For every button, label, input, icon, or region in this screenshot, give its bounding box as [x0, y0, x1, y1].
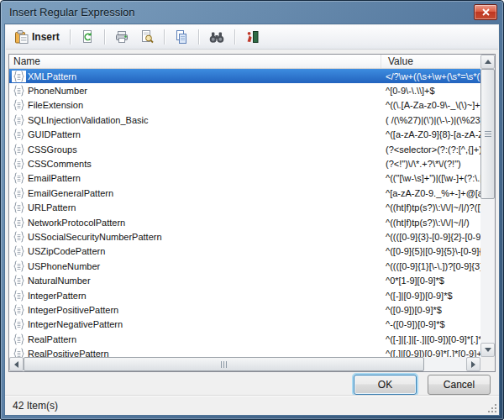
column-header-name[interactable]: Name: [9, 55, 381, 68]
scroll-up-button[interactable]: [480, 55, 495, 69]
exit-button[interactable]: [240, 27, 264, 47]
list-item[interactable]: CSSGroups (?<selector>(?:(?:[^,{]+),?)*: [9, 142, 480, 156]
scroll-down-button[interactable]: [480, 343, 495, 357]
find-icon: [209, 31, 224, 44]
regex-item-icon: [12, 114, 26, 126]
print-preview-icon: [140, 30, 154, 44]
pattern-value: ^([0-9]{5}|[0-9]{5}\-[0-9]{4}|: [379, 246, 480, 256]
find-button[interactable]: [204, 27, 229, 47]
pattern-name: SQLInjectionValidation_Basic: [26, 115, 379, 125]
exit-icon: [245, 30, 259, 44]
list-item[interactable]: NaturalNumber ^0*[1-9][0-9]*$: [9, 273, 480, 287]
list-item[interactable]: RealPattern ^([-]|[.]|[-.]|[0-9])[0-9]*[…: [9, 332, 480, 346]
regex-item-icon: [12, 129, 26, 140]
ok-button[interactable]: OK: [354, 375, 417, 395]
pattern-value: ^(("[\w-\s]+")|([\w-]+(?:\.[\: [379, 173, 480, 183]
vertical-scrollbar[interactable]: [480, 55, 495, 357]
pattern-value: ^((ht|f)tp(s?)\:\/\/|~/|/): [379, 218, 480, 228]
list-item[interactable]: SQLInjectionValidation_Basic ( /(\%27)|(…: [9, 113, 480, 127]
regex-item-icon: [12, 275, 26, 286]
list-item[interactable]: EmailGeneralPattern ^[a-zA-Z0-9._%+-]+@[…: [9, 186, 480, 200]
pattern-name: NaturalNumber: [26, 276, 379, 286]
regex-item-icon: [12, 71, 26, 82]
print-preview-button[interactable]: [135, 27, 159, 47]
close-button[interactable]: [474, 4, 497, 20]
resize-grip[interactable]: [486, 402, 497, 413]
pattern-value: ^((([0-9]{1}[\-\.])?[0-9]{3}[\-: [379, 261, 480, 271]
pattern-name: GUIDPattern: [26, 129, 379, 139]
scroll-left-icon: [14, 361, 18, 368]
pattern-name: USSocialSecurityNumberPattern: [26, 232, 379, 242]
pattern-value: ^-([0-9])[0-9]*$: [379, 319, 480, 329]
insert-label: Insert: [32, 31, 60, 43]
copy-button[interactable]: [170, 27, 193, 47]
paste-icon: [14, 30, 29, 44]
list-item[interactable]: FileExtension ^((\.[A-Za-z0-9\-_\(\)~]+)…: [9, 98, 480, 113]
list-item[interactable]: USSocialSecurityNumberPattern ^((([0-9]{…: [9, 229, 480, 244]
scroll-right-icon: [471, 361, 475, 368]
pattern-value: (?<selector>(?:(?:[^,{]+),?)*: [379, 144, 480, 155]
list-item[interactable]: NetworkProtocolPattern ^((ht|f)tp(s?)\:\…: [9, 215, 480, 229]
list-item[interactable]: XMLPattern </?\w+((\s+\w+(\s*=\s*(?:: [9, 69, 480, 83]
copy-icon: [175, 30, 188, 44]
dialog-insert-regular-expression: Insert Regular Expression Insert: [0, 0, 504, 420]
toolbar-separator: [104, 29, 105, 45]
item-count: 42 Item(s): [13, 400, 58, 412]
column-header-value[interactable]: Value: [381, 55, 480, 68]
title-bar[interactable]: Insert Regular Expression: [1, 1, 503, 24]
refresh-button[interactable]: [76, 27, 99, 47]
pattern-value: </?\w+((\s+\w+(\s*=\s*(?:: [379, 71, 480, 81]
list-item[interactable]: EmailPattern ^(("[\w-\s]+")|([\w-]+(?:\.…: [9, 171, 480, 186]
regex-item-icon: [12, 217, 26, 228]
pattern-name: XMLPattern: [26, 71, 379, 81]
pattern-value: ( /(\%27)|(\')|(\-\-)|(\%23)|(#: [379, 115, 480, 125]
pattern-name: EmailPattern: [26, 173, 379, 183]
pattern-value: ^([-]|[0-9])[0-9]*$: [379, 291, 480, 301]
list-rows: XMLPattern </?\w+((\s+\w+(\s*=\s*(?: Pho…: [9, 69, 480, 359]
cancel-button[interactable]: Cancel: [428, 375, 491, 395]
pattern-name: USPhoneNumber: [26, 261, 379, 271]
vertical-scroll-thumb[interactable]: [480, 69, 495, 199]
pattern-name: CSSComments: [26, 159, 379, 169]
regex-item-icon: [12, 99, 26, 111]
refresh-icon: [81, 30, 94, 44]
scrollbar-corner: [480, 357, 495, 371]
pattern-name: FileExtension: [26, 100, 379, 110]
pattern-value: ^([0-9])[0-9]*$: [379, 305, 480, 315]
thumb-grip-icon: [221, 361, 227, 368]
close-icon: [482, 8, 490, 16]
regex-item-icon: [12, 172, 26, 184]
scroll-right-button[interactable]: [466, 357, 480, 371]
list-item[interactable]: USPhoneNumber ^((([0-9]{1}[\-\.])?[0-9]{…: [9, 259, 480, 273]
horizontal-scrollbar[interactable]: [9, 357, 480, 371]
list-item[interactable]: CSSComments (?<!")\/\*.+?\*\/(?!"): [9, 156, 480, 171]
print-icon: [115, 30, 129, 44]
list-item[interactable]: IntegerPositivePattern ^([0-9])[0-9]*$: [9, 302, 480, 317]
thumb-grip-icon: [485, 131, 491, 137]
print-button[interactable]: [110, 27, 134, 47]
scroll-up-icon: [485, 60, 491, 64]
list-item[interactable]: IntegerNegativePattern ^-([0-9])[0-9]*$: [9, 318, 480, 332]
list-item[interactable]: PhoneNumber ^[0-9\-\.\\]+$: [9, 83, 480, 97]
list-item[interactable]: URLPattern ^((ht|f)tp(s?)\:\/\/|~/|/)?([…: [9, 201, 480, 215]
pattern-value: ^((ht|f)tp(s?)\:\/\/|~/|/)?([\.: [379, 202, 480, 213]
scroll-left-button[interactable]: [9, 357, 24, 371]
window-title: Insert Regular Expression: [1, 6, 135, 18]
list-item[interactable]: IntegerPattern ^([-]|[0-9])[0-9]*$: [9, 288, 480, 302]
toolbar: Insert: [6, 25, 498, 50]
toolbar-separator: [198, 29, 199, 45]
pattern-name: CSSGroups: [26, 144, 379, 155]
regex-item-icon: [12, 85, 26, 97]
regex-item-icon: [12, 260, 26, 272]
horizontal-scroll-thumb[interactable]: [24, 357, 424, 371]
regex-item-icon: [12, 144, 26, 155]
list-header: Name Value: [9, 55, 480, 69]
pattern-value: ^[0-9\-\.\\]+$: [379, 86, 480, 96]
insert-button[interactable]: Insert: [9, 27, 65, 47]
list-item[interactable]: GUIDPattern ^([a-zA-Z0-9]{8}-[a-zA-Z0-9: [9, 128, 480, 142]
pattern-name: EmailGeneralPattern: [26, 188, 379, 198]
pattern-name: IntegerPositivePattern: [26, 305, 379, 315]
toolbar-separator: [70, 29, 71, 45]
pattern-name: NetworkProtocolPattern: [26, 218, 379, 228]
list-item[interactable]: USZipCodePattern ^([0-9]{5}|[0-9]{5}\-[0…: [9, 244, 480, 259]
